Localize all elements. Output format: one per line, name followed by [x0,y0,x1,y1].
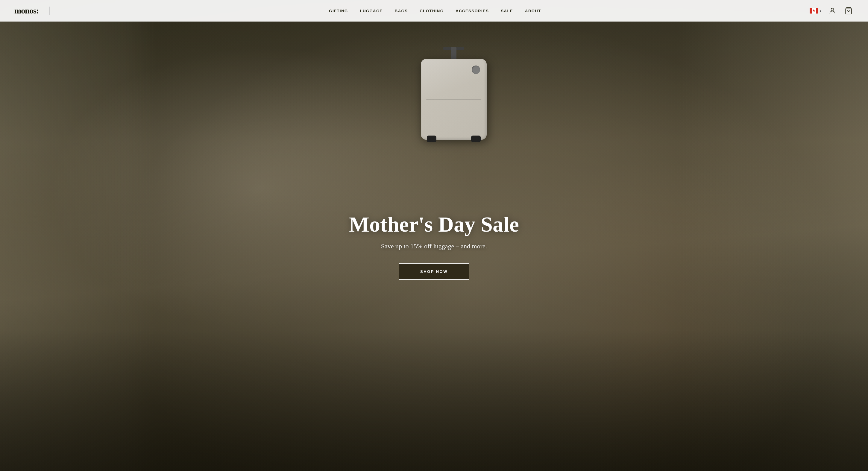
svg-rect-2 [816,8,818,14]
region-chevron-icon: ▾ [820,9,821,12]
nav-item-gifting[interactable]: GIFTING [329,9,348,13]
svg-point-4 [831,8,834,11]
shop-now-button[interactable]: SHOP NOW [399,263,469,280]
navbar: monos: GIFTING LUGGAGE BAGS CLOTHING ACC… [0,0,868,22]
nav-item-sale[interactable]: SALE [501,9,513,13]
nav-item-luggage[interactable]: LUGGAGE [360,9,383,13]
brand-logo[interactable]: monos: [14,6,39,15]
nav-item-bags[interactable]: BAGS [395,9,408,13]
nav-item-about[interactable]: ABOUT [525,9,541,13]
svg-rect-1 [810,8,812,14]
hero-section: monos: GIFTING LUGGAGE BAGS CLOTHING ACC… [0,0,868,471]
hero-subtitle: Save up to 15% off luggage – and more. [381,242,487,250]
account-button[interactable] [827,6,837,16]
bag-icon [845,7,852,15]
cart-button[interactable] [843,6,854,16]
canada-flag-icon [810,8,818,14]
hero-title: Mother's Day Sale [349,213,519,237]
nav-links: GIFTING LUGGAGE BAGS CLOTHING ACCESSORIE… [60,9,810,13]
region-selector[interactable]: ▾ [810,8,821,14]
hero-content: Mother's Day Sale Save up to 15% off lug… [0,0,868,471]
nav-item-clothing[interactable]: CLOTHING [420,9,443,13]
nav-item-accessories[interactable]: ACCESSORIES [456,9,489,13]
user-icon [829,7,836,15]
nav-actions: ▾ [810,6,854,16]
